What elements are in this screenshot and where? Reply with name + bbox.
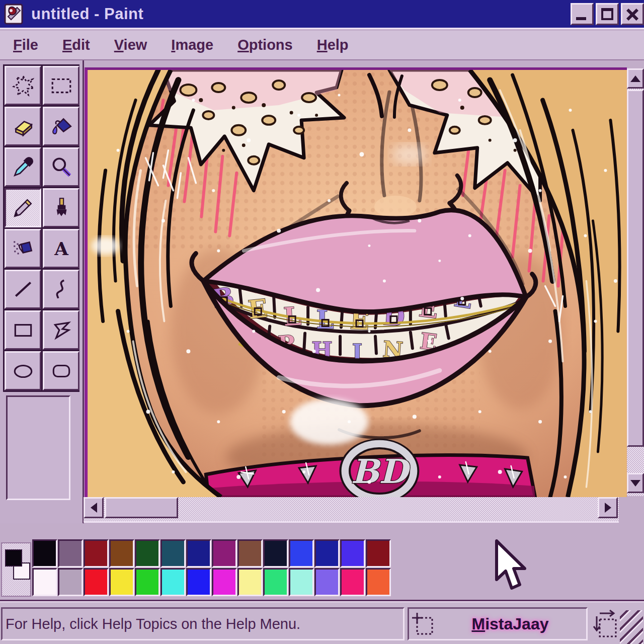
maximize-button[interactable] (596, 3, 619, 25)
palette-swatches (32, 539, 392, 596)
menu-image[interactable]: Image (159, 37, 225, 53)
status-help-panel: For Help, click Help Topics on the Help … (1, 607, 405, 640)
palette-color[interactable] (237, 539, 263, 568)
minimize-button[interactable] (571, 3, 594, 25)
brush-icon (50, 196, 73, 219)
eyedropper-icon (12, 155, 35, 179)
magnifier-icon (50, 155, 73, 179)
arrow-left-icon (91, 503, 97, 513)
scroll-right-button[interactable] (598, 497, 618, 518)
tool-eraser[interactable] (5, 107, 41, 146)
menu-edit[interactable]: Edit (50, 37, 102, 53)
palette-color[interactable] (84, 568, 109, 596)
palette-color[interactable] (212, 568, 237, 596)
palette-color[interactable] (314, 568, 340, 596)
palette-color[interactable] (109, 539, 134, 568)
menu-bar: File Edit View Image Options Help (0, 31, 644, 60)
text-icon: A (50, 237, 73, 260)
palette-color[interactable] (58, 539, 83, 568)
tool-rectangle[interactable] (5, 310, 41, 350)
palette-color[interactable] (263, 568, 288, 596)
scroll-up-button[interactable] (627, 68, 644, 89)
tool-fill-with-color[interactable] (43, 107, 79, 146)
tool-free-form-select[interactable] (5, 66, 41, 105)
maximize-icon (601, 8, 613, 20)
arrow-down-icon (630, 480, 640, 487)
tool-pick-color[interactable] (5, 147, 41, 187)
palette-color[interactable] (58, 568, 83, 596)
tool-polygon[interactable] (43, 310, 79, 350)
horizontal-scroll-thumb[interactable] (105, 497, 178, 518)
pencil-icon (12, 196, 35, 219)
line-icon (12, 278, 35, 301)
paint-window: untitled - Paint File Edit View Image Op… (0, 0, 644, 644)
selection-size-icon (593, 609, 619, 638)
svg-text:A: A (54, 238, 68, 259)
menu-options[interactable]: Options (225, 37, 305, 53)
tool-ellipse[interactable] (5, 351, 41, 390)
vertical-scrollbar[interactable] (627, 68, 644, 496)
tool-text[interactable]: A (43, 229, 79, 268)
palette-color[interactable] (366, 568, 391, 596)
tool-curve[interactable] (43, 270, 79, 309)
color-palette (0, 538, 644, 600)
vertical-scroll-thumb[interactable] (627, 90, 644, 447)
menu-file[interactable]: File (1, 37, 50, 53)
select-icon (50, 74, 73, 97)
canvas-artwork: B E L L E D E L P H I N E (88, 70, 627, 497)
status-position-panel: MistaJaay (408, 607, 588, 640)
palette-color[interactable] (289, 568, 314, 596)
svg-text:BD: BD (351, 452, 412, 491)
palette-color[interactable] (314, 539, 340, 568)
palette-color[interactable] (186, 568, 211, 596)
drawing-canvas[interactable]: B E L L E D E L P H I N E (85, 67, 627, 497)
palette-color[interactable] (84, 539, 109, 568)
rounded-rectangle-icon (50, 359, 73, 382)
rectangle-icon (12, 318, 35, 342)
tool-airbrush[interactable] (5, 229, 41, 268)
menu-help[interactable]: Help (305, 37, 361, 53)
palette-color[interactable] (135, 539, 160, 568)
palette-color[interactable] (186, 539, 211, 568)
palette-color[interactable] (160, 568, 186, 596)
fill-icon (50, 115, 73, 138)
polygon-icon (50, 318, 73, 342)
palette-color[interactable] (32, 568, 57, 596)
eraser-icon (12, 115, 35, 138)
tool-magnifier[interactable] (43, 147, 79, 187)
titlebar[interactable]: untitled - Paint (0, 0, 644, 29)
palette-color[interactable] (289, 539, 314, 568)
scroll-left-button[interactable] (84, 497, 104, 518)
mouse-cursor (495, 539, 527, 590)
tool-box: A (0, 60, 84, 523)
window-title: untitled - Paint (31, 5, 143, 23)
palette-color[interactable] (32, 539, 57, 568)
minimize-icon (576, 17, 586, 20)
tool-rounded-rectangle[interactable] (43, 351, 79, 390)
tool-brush[interactable] (43, 188, 79, 227)
palette-color[interactable] (340, 568, 365, 596)
tool-select[interactable] (43, 66, 79, 105)
menu-view[interactable]: View (102, 37, 159, 53)
ellipse-icon (12, 359, 35, 382)
tool-pencil[interactable] (5, 188, 41, 227)
current-colors-indicator[interactable] (1, 542, 31, 597)
palette-color[interactable] (160, 539, 186, 568)
close-button[interactable] (621, 3, 644, 25)
palette-color[interactable] (212, 539, 237, 568)
palette-color[interactable] (340, 539, 365, 568)
palette-color[interactable] (237, 568, 263, 596)
tool-line[interactable] (5, 270, 41, 309)
resize-grip[interactable] (620, 610, 643, 644)
palette-color[interactable] (135, 568, 160, 596)
arrow-right-icon (605, 503, 611, 513)
palette-color[interactable] (109, 568, 134, 596)
free-form-select-icon (12, 74, 35, 97)
horizontal-scrollbar[interactable] (84, 497, 619, 521)
scroll-down-button[interactable] (627, 473, 644, 493)
tool-options-box[interactable] (6, 395, 70, 500)
cursor-position-icon (411, 612, 434, 636)
palette-color[interactable] (263, 539, 288, 568)
artist-signature: MistaJaay (434, 615, 586, 633)
palette-color[interactable] (366, 539, 391, 568)
